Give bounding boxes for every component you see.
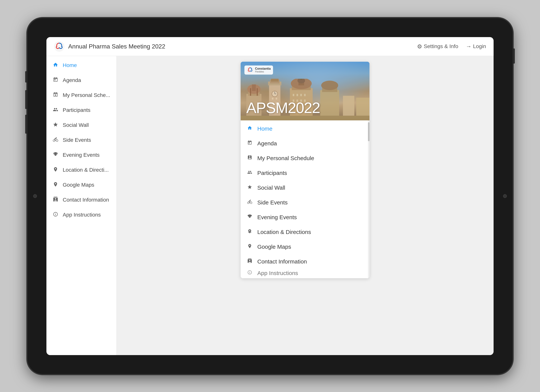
svg-point-22 bbox=[321, 81, 338, 90]
sidebar-label-app-instructions: App Instructions bbox=[63, 212, 101, 218]
mute-button bbox=[25, 115, 27, 134]
dropdown-social-wall-icon bbox=[246, 185, 253, 191]
app-title: Annual Pharma Sales Meeting 2022 bbox=[68, 43, 417, 50]
dropdown-panel: Constantia Flexibles APSM2022 bbox=[241, 62, 370, 278]
dropdown-personal-schedule-icon bbox=[246, 155, 253, 161]
hero-logo-sub: Flexibles bbox=[255, 70, 271, 73]
dropdown-label-personal-schedule: My Personal Schedule bbox=[257, 155, 314, 162]
dropdown-label-evening-events: Evening Events bbox=[257, 214, 297, 220]
sidebar-label-home: Home bbox=[63, 62, 77, 68]
sidebar-item-evening-events[interactable]: Evening Events bbox=[46, 148, 116, 163]
scrollbar-track bbox=[368, 120, 370, 278]
sidebar-label-side-events: Side Events bbox=[63, 137, 91, 143]
dropdown-item-google-maps[interactable]: Google Maps bbox=[241, 240, 370, 254]
home-icon bbox=[52, 62, 59, 69]
sidebar-item-social-wall[interactable]: Social Wall bbox=[46, 118, 116, 133]
sidebar-label-location: Location & Directi... bbox=[63, 167, 109, 173]
hero-logo-badge: Constantia Flexibles bbox=[245, 65, 273, 75]
sidebar-item-contact[interactable]: Contact Information bbox=[46, 192, 116, 207]
hero-title: APSM2022 bbox=[246, 99, 320, 117]
calendar-icon bbox=[52, 77, 59, 84]
map-pin-icon bbox=[52, 182, 59, 188]
svg-rect-30 bbox=[293, 94, 294, 96]
personal-calendar-icon bbox=[52, 92, 59, 99]
scrollbar-thumb bbox=[368, 122, 370, 141]
dropdown-agenda-icon bbox=[246, 140, 253, 147]
dropdown-label-location: Location & Directions bbox=[257, 229, 311, 235]
dropdown-item-contact[interactable]: Contact Information bbox=[241, 254, 370, 269]
volume-down-button bbox=[25, 90, 27, 109]
sidebar-label-contact: Contact Information bbox=[63, 197, 109, 203]
gear-icon: ⚙ bbox=[417, 43, 422, 50]
dropdown-app-instructions-icon bbox=[246, 270, 253, 276]
hero-logo-name: Constantia bbox=[255, 67, 271, 70]
login-button[interactable]: → Login bbox=[466, 43, 486, 49]
dropdown-label-home: Home bbox=[257, 126, 272, 132]
dropdown-label-participants: Participants bbox=[257, 170, 287, 176]
dropdown-item-agenda[interactable]: Agenda bbox=[241, 136, 370, 151]
dropdown-label-side-events: Side Events bbox=[257, 199, 288, 206]
star-icon bbox=[52, 122, 59, 128]
hero-image: Constantia Flexibles APSM2022 bbox=[241, 62, 370, 120]
volume-up-button bbox=[25, 71, 27, 83]
sidebar-item-personal-schedule[interactable]: My Personal Sche... bbox=[46, 88, 116, 103]
dropdown-label-agenda: Agenda bbox=[257, 140, 277, 147]
header-actions: ⚙ Settings & Info → Login bbox=[417, 43, 486, 50]
dropdown-participants-icon bbox=[246, 170, 253, 176]
dropdown-item-social-wall[interactable]: Social Wall bbox=[241, 180, 370, 195]
location-icon bbox=[52, 167, 59, 173]
sidebar-item-location[interactable]: Location & Directi... bbox=[46, 163, 116, 177]
sidebar-item-home[interactable]: Home bbox=[46, 58, 116, 73]
sidebar-item-participants[interactable]: Participants bbox=[46, 103, 116, 118]
main-layout: Home Agenda My Personal Sche... bbox=[46, 56, 494, 355]
constantia-logo-icon bbox=[247, 67, 254, 74]
settings-button[interactable]: ⚙ Settings & Info bbox=[417, 43, 458, 50]
dropdown-item-side-events[interactable]: Side Events bbox=[241, 195, 370, 210]
dropdown-evening-events-icon bbox=[246, 214, 253, 220]
dropdown-side-events-icon bbox=[246, 199, 253, 206]
hero-logo-text-container: Constantia Flexibles bbox=[255, 67, 271, 73]
content-area: Constantia Flexibles APSM2022 bbox=[116, 56, 494, 355]
sidebar-item-google-maps[interactable]: Google Maps bbox=[46, 177, 116, 192]
power-button bbox=[513, 49, 515, 64]
sidebar-item-agenda[interactable]: Agenda bbox=[46, 73, 116, 88]
svg-rect-19 bbox=[300, 79, 302, 80]
sidebar-label-participants: Participants bbox=[63, 107, 90, 113]
dropdown-label-google-maps: Google Maps bbox=[257, 244, 291, 250]
svg-rect-5 bbox=[250, 88, 251, 96]
sidebar-label-personal-schedule: My Personal Sche... bbox=[63, 92, 110, 98]
dropdown-item-home[interactable]: Home bbox=[241, 121, 370, 136]
dropdown-menu: Home Agenda My Personal bbox=[241, 120, 370, 278]
contact-icon bbox=[52, 197, 59, 203]
sidebar-label-evening-events: Evening Events bbox=[63, 152, 100, 158]
camera-left bbox=[33, 194, 37, 198]
dropdown-google-maps-icon bbox=[246, 244, 253, 250]
dropdown-home-icon bbox=[246, 126, 253, 132]
dropdown-item-app-instructions[interactable]: App Instructions bbox=[241, 269, 370, 277]
dropdown-item-personal-schedule[interactable]: My Personal Schedule bbox=[241, 151, 370, 166]
svg-rect-10 bbox=[271, 79, 279, 82]
svg-rect-6 bbox=[257, 88, 258, 96]
dropdown-item-location[interactable]: Location & Directions bbox=[241, 225, 370, 240]
participants-icon bbox=[52, 107, 59, 113]
sidebar-item-app-instructions[interactable]: App Instructions bbox=[46, 207, 116, 222]
trophy-icon bbox=[52, 152, 59, 158]
app-logo bbox=[54, 41, 65, 52]
login-icon: → bbox=[466, 43, 471, 49]
svg-rect-31 bbox=[296, 94, 298, 96]
dropdown-label-contact: Contact Information bbox=[257, 258, 307, 265]
svg-rect-4 bbox=[252, 84, 256, 91]
dropdown-label-app-instructions: App Instructions bbox=[257, 270, 298, 276]
dropdown-location-icon bbox=[246, 229, 253, 235]
dropdown-item-participants[interactable]: Participants bbox=[241, 166, 370, 180]
tablet-frame: Annual Pharma Sales Meeting 2022 ⚙ Setti… bbox=[27, 18, 513, 374]
camera-right bbox=[503, 194, 507, 198]
sidebar-label-agenda: Agenda bbox=[63, 77, 81, 83]
dropdown-label-social-wall: Social Wall bbox=[257, 185, 285, 191]
dropdown-item-evening-events[interactable]: Evening Events bbox=[241, 210, 370, 225]
tablet-screen: Annual Pharma Sales Meeting 2022 ⚙ Setti… bbox=[46, 37, 494, 355]
sidebar-item-side-events[interactable]: Side Events bbox=[46, 133, 116, 148]
dropdown-contact-icon bbox=[246, 258, 253, 265]
svg-rect-32 bbox=[300, 94, 302, 96]
sidebar-label-social-wall: Social Wall bbox=[63, 122, 89, 128]
